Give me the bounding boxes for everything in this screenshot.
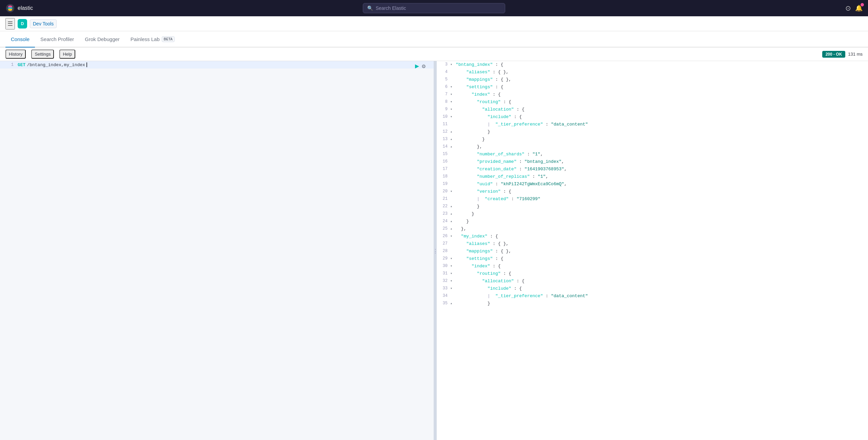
result-toggle-31[interactable]: ▾ <box>450 270 456 275</box>
result-num-14: 14 <box>437 144 450 149</box>
editor-settings-button[interactable]: ⚙ <box>422 62 426 70</box>
result-line-3: 3 ▾ "bntang_index" : { <box>437 61 868 69</box>
result-line-27: 27 "aliases" : { }, <box>437 240 868 248</box>
result-line-25: 25 ▴ }, <box>437 225 868 233</box>
result-num-13: 13 <box>437 136 450 141</box>
history-button[interactable]: History <box>5 50 26 59</box>
result-toggle-7[interactable]: ▾ <box>450 91 456 96</box>
result-toggle-9[interactable]: ▾ <box>450 106 456 111</box>
result-toggle-35[interactable]: ▴ <box>450 300 456 305</box>
result-toggle-29[interactable]: ▾ <box>450 255 456 261</box>
result-toggle-17 <box>450 166 456 167</box>
result-toggle-21 <box>450 196 456 197</box>
http-method: GET <box>18 62 25 68</box>
panel-divider[interactable]: ⋮ <box>434 61 437 440</box>
editor-panel[interactable]: 1 GET /bntang_index,my_index ▶ ⚙ <box>0 61 434 440</box>
result-toggle-22[interactable]: ▴ <box>450 203 456 208</box>
result-line-34: 34 | "_tier_preference" : "data_content" <box>437 292 868 300</box>
result-line-20: 20 ▾ "version" : { <box>437 188 868 195</box>
result-num-28: 28 <box>437 248 450 253</box>
result-toggle-15 <box>450 151 456 152</box>
result-toggle-8[interactable]: ▾ <box>450 99 456 104</box>
result-toggle-20[interactable]: ▾ <box>450 188 456 193</box>
tab-console[interactable]: Console <box>5 31 35 47</box>
avatar[interactable]: D <box>18 19 27 28</box>
result-toggle-33[interactable]: ▾ <box>450 285 456 290</box>
results-panel: 3 ▾ "bntang_index" : { 4 "aliases" : { }… <box>437 61 868 440</box>
line-number-1: 1 <box>3 62 14 67</box>
result-toggle-3[interactable]: ▾ <box>450 61 456 66</box>
top-navigation: elastic 🔍 Search Elastic ⊙ 🔔 <box>0 0 868 16</box>
run-button[interactable]: ▶ <box>415 62 419 70</box>
elastic-logo-text: elastic <box>18 5 33 11</box>
result-num-35: 35 <box>437 300 450 306</box>
result-line-31: 31 ▾ "routing" : { <box>437 270 868 278</box>
result-line-7: 7 ▾ "index" : { <box>437 91 868 98</box>
result-toggle-13[interactable]: ▴ <box>450 136 456 141</box>
result-line-11: 11 | "_tier_preference" : "data_content" <box>437 121 868 128</box>
result-line-19: 19 "uuid" : "khPiI242TgWmxEca9Co6mQ", <box>437 180 868 188</box>
result-line-24: 24 ▴ } <box>437 218 868 225</box>
toolbar: History Settings Help 200 - OK 131 ms <box>0 47 868 61</box>
result-toggle-12[interactable]: ▴ <box>450 129 456 134</box>
result-toggle-18 <box>450 173 456 174</box>
result-line-26: 26 ▾ "my_index" : { <box>437 233 868 240</box>
beta-badge: BETA <box>162 36 175 42</box>
settings-button[interactable]: Settings <box>31 50 54 59</box>
search-bar[interactable]: 🔍 Search Elastic <box>363 3 505 13</box>
result-line-14: 14 ▴ }, <box>437 143 868 151</box>
result-num-21: 21 <box>437 196 450 201</box>
result-num-3: 3 <box>437 61 450 67</box>
tab-grok-debugger[interactable]: Grok Debugger <box>79 31 125 47</box>
svg-point-4 <box>8 7 12 9</box>
result-line-4: 4 "aliases" : { }, <box>437 69 868 76</box>
result-num-23: 23 <box>437 211 450 216</box>
result-line-23: 23 ▴ } <box>437 210 868 218</box>
result-line-13: 13 ▴ } <box>437 136 868 143</box>
result-line-33: 33 ▾ "include" : { <box>437 285 868 292</box>
main-content: 1 GET /bntang_index,my_index ▶ ⚙ ⋮ 3 ▾ "… <box>0 61 868 440</box>
hamburger-button[interactable]: ☰ <box>5 18 15 30</box>
help-button[interactable]: Help <box>59 50 75 59</box>
editor-line-1[interactable]: 1 GET /bntang_index,my_index <box>0 61 434 69</box>
result-line-17: 17 "creation_date" : "1641903768953", <box>437 166 868 173</box>
result-line-8: 8 ▾ "routing" : { <box>437 98 868 106</box>
tabs-bar: Console Search Profiler Grok Debugger Pa… <box>0 31 868 47</box>
status-area: 200 - OK 131 ms <box>822 51 863 58</box>
tab-painless-lab[interactable]: Painless Lab BETA <box>125 31 180 47</box>
notification-btn[interactable]: 🔔 <box>855 4 863 12</box>
result-num-16: 16 <box>437 158 450 164</box>
result-line-21: 21 | "created" : "7160299" <box>437 195 868 203</box>
result-num-8: 8 <box>437 99 450 104</box>
result-line-32: 32 ▾ "allocation" : { <box>437 278 868 285</box>
result-line-16: 16 "provided_name" : "bntang_index", <box>437 158 868 166</box>
tab-search-profiler[interactable]: Search Profiler <box>35 31 79 47</box>
result-num-33: 33 <box>437 285 450 291</box>
elastic-logo[interactable]: elastic <box>5 3 33 13</box>
result-toggle-11 <box>450 121 456 122</box>
result-num-34: 34 <box>437 293 450 298</box>
result-num-29: 29 <box>437 255 450 261</box>
result-num-22: 22 <box>437 203 450 209</box>
result-toggle-26[interactable]: ▾ <box>450 233 456 238</box>
result-toggle-16 <box>450 158 456 159</box>
result-num-18: 18 <box>437 173 450 179</box>
result-toggle-6[interactable]: ▾ <box>450 84 456 89</box>
dev-tools-breadcrumb[interactable]: Dev Tools <box>30 19 57 28</box>
result-num-5: 5 <box>437 76 450 82</box>
help-icon-btn[interactable]: ⊙ <box>845 4 851 12</box>
result-num-6: 6 <box>437 84 450 89</box>
result-toggle-14[interactable]: ▴ <box>450 144 456 149</box>
notification-badge <box>861 3 864 6</box>
result-toggle-27 <box>450 241 456 242</box>
result-toggle-25[interactable]: ▴ <box>450 226 456 231</box>
breadcrumb-bar: ☰ D Dev Tools <box>0 16 868 31</box>
result-num-10: 10 <box>437 114 450 119</box>
result-toggle-10[interactable]: ▾ <box>450 114 456 119</box>
result-toggle-24[interactable]: ▴ <box>450 218 456 223</box>
result-toggle-30[interactable]: ▾ <box>450 263 456 268</box>
result-toggle-23[interactable]: ▴ <box>450 211 456 216</box>
response-time: 131 ms <box>848 52 863 57</box>
result-line-22: 22 ▴ } <box>437 203 868 210</box>
result-toggle-32[interactable]: ▾ <box>450 278 456 283</box>
